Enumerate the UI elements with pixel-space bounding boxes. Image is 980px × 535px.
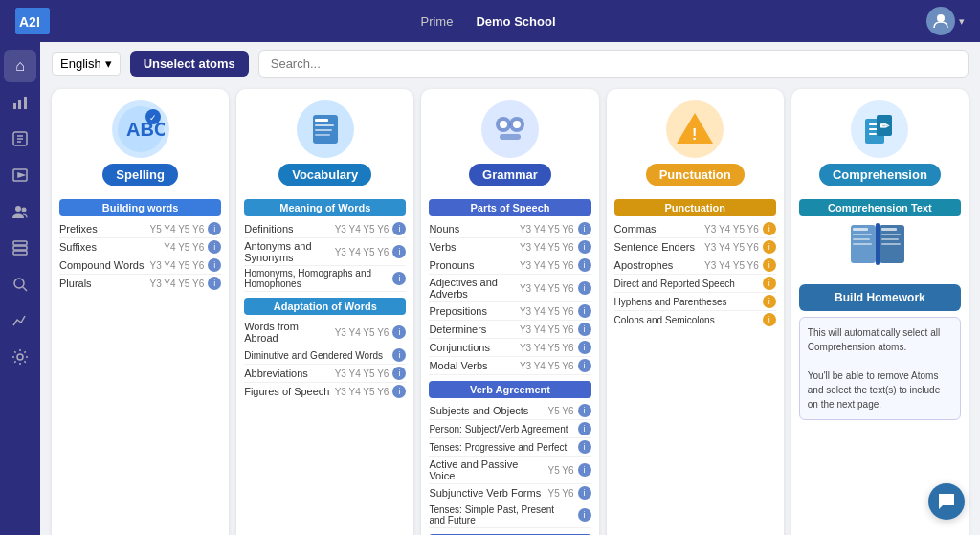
atom-homonyms: Homonyms, Homographs and Homophones i <box>244 266 406 292</box>
unselect-atoms-button[interactable]: Unselect atoms <box>130 51 249 77</box>
atom-apostrophes: Apostrophes Y3 Y4 Y5 Y6 i <box>614 256 776 275</box>
svg-rect-54 <box>881 238 899 240</box>
sidebar-item-analytics[interactable] <box>4 304 36 337</box>
svg-text:A2I: A2I <box>19 14 40 30</box>
atom-definitions: Definitions Y3 Y4 Y5 Y6 i <box>244 220 406 238</box>
svg-rect-5 <box>24 97 27 109</box>
card-vocabulary-header: Vocabulary <box>236 89 413 193</box>
atom-diminutive: Diminutive and Gendered Words i <box>244 346 406 365</box>
modal-verbs-info[interactable]: i <box>578 359 591 372</box>
tenses-simple-info[interactable]: i <box>578 508 591 522</box>
svg-rect-4 <box>18 100 21 109</box>
sidebar: ⌂ <box>0 42 40 535</box>
atom-verbs: Verbs Y3 Y4 Y5 Y6 i <box>429 238 590 256</box>
abbreviations-info[interactable]: i <box>392 367 406 380</box>
comprehension-info-text2: You'll be able to remove Atoms and selec… <box>808 368 952 412</box>
avatar-caret: ▾ <box>959 15 965 28</box>
svg-rect-48 <box>853 234 872 235</box>
card-spelling: ABC ✓ Spelling Building words Prefixes Y… <box>52 89 229 535</box>
card-comprehension-header: ✏ Comprehension <box>791 89 969 193</box>
svg-point-2 <box>937 14 945 22</box>
chat-bubble-button[interactable] <box>928 483 965 520</box>
suffixes-info[interactable]: i <box>208 240 221 254</box>
verbs-info[interactable]: i <box>578 240 591 254</box>
plurals-info[interactable]: i <box>208 277 221 290</box>
vocabulary-title-badge: Vocabulary <box>278 164 371 186</box>
sidebar-item-home[interactable]: ⌂ <box>4 50 36 82</box>
logo-icon: A2I <box>15 8 50 34</box>
svg-rect-50 <box>853 243 872 245</box>
vocabulary-section-meaning: Meaning of Words <box>244 199 406 216</box>
antonyms-info[interactable]: i <box>392 245 406 258</box>
svg-rect-52 <box>881 228 897 231</box>
person-info[interactable]: i <box>578 422 591 435</box>
svg-text:!: ! <box>692 126 697 143</box>
search-input[interactable] <box>258 50 969 78</box>
atom-suffixes: Suffixes Y4 Y5 Y6 i <box>59 238 221 256</box>
atom-words-abroad: Words from Abroad Y3 Y4 Y5 Y6 i <box>244 319 406 346</box>
prefixes-info[interactable]: i <box>208 222 221 235</box>
vocabulary-body: Meaning of Words Definitions Y3 Y4 Y5 Y6… <box>236 193 413 535</box>
sentence-enders-info[interactable]: i <box>763 240 776 254</box>
card-spelling-header: ABC ✓ Spelling <box>52 89 229 193</box>
svg-point-17 <box>14 279 24 288</box>
card-grammar: Grammar Parts of Speech Nouns Y3 Y4 Y5 Y… <box>421 89 598 535</box>
pronouns-info[interactable]: i <box>578 258 591 272</box>
words-abroad-info[interactable]: i <box>392 325 406 339</box>
prepositions-info[interactable]: i <box>578 304 591 318</box>
svg-rect-26 <box>315 119 328 122</box>
logo: A2I <box>15 8 50 34</box>
atom-prefixes: Prefixes Y5 Y4 Y5 Y6 i <box>59 220 221 238</box>
card-vocabulary: Vocabulary Meaning of Words Definitions … <box>236 89 413 535</box>
active-passive-info[interactable]: i <box>578 463 591 477</box>
adjectives-info[interactable]: i <box>578 281 591 295</box>
commas-info[interactable]: i <box>763 222 776 235</box>
atom-plurals: Plurals Y3 Y4 Y5 Y6 i <box>59 275 221 292</box>
grammar-title-badge: Grammar <box>469 164 551 186</box>
svg-point-34 <box>513 121 521 128</box>
svg-marker-11 <box>18 173 24 177</box>
nav-prime[interactable]: Prime <box>420 14 453 29</box>
subjects-info[interactable]: i <box>578 404 591 417</box>
punctuation-section: Punctuation <box>614 199 776 216</box>
determiners-info[interactable]: i <box>578 323 591 336</box>
definitions-info[interactable]: i <box>392 222 406 235</box>
sidebar-item-people[interactable] <box>4 195 36 228</box>
nav-demo-school[interactable]: Demo School <box>476 14 555 29</box>
build-homework-button[interactable]: Build Homework <box>799 284 961 311</box>
figures-speech-info[interactable]: i <box>392 385 406 398</box>
grammar-body: Parts of Speech Nouns Y3 Y4 Y5 Y6 i Verb… <box>421 193 598 535</box>
atom-subjunctive: Subjunctive Verb Forms Y5 Y6 i <box>429 484 590 502</box>
spelling-icon-wrap: ABC ✓ <box>112 100 169 158</box>
compound-info[interactable]: i <box>208 258 221 272</box>
sidebar-item-settings[interactable] <box>4 341 36 373</box>
svg-rect-15 <box>13 246 27 250</box>
sidebar-item-film[interactable] <box>4 159 36 191</box>
atom-prepositions: Prepositions Y3 Y4 Y5 Y6 i <box>429 302 590 321</box>
comprehension-title-badge: Comprehension <box>819 164 941 186</box>
hyphens-info[interactable]: i <box>763 295 776 308</box>
apostrophes-info[interactable]: i <box>763 258 776 272</box>
svg-rect-35 <box>500 134 521 140</box>
sidebar-item-search[interactable] <box>4 268 36 301</box>
sidebar-item-stack[interactable] <box>4 232 36 264</box>
nouns-info[interactable]: i <box>578 222 591 235</box>
conjunctions-info[interactable]: i <box>578 341 591 354</box>
punctuation-body: Punctuation Commas Y3 Y4 Y5 Y6 i Sentenc… <box>607 193 784 535</box>
atom-conjunctions: Conjunctions Y3 Y4 Y5 Y6 i <box>429 339 590 357</box>
language-select[interactable]: English ▾ <box>52 52 121 76</box>
colons-info[interactable]: i <box>763 313 776 326</box>
direct-speech-info[interactable]: i <box>763 277 776 290</box>
avatar[interactable] <box>926 7 955 35</box>
punctuation-title-badge: Punctuation <box>646 164 745 186</box>
subjunctive-info[interactable]: i <box>578 486 591 500</box>
svg-rect-56 <box>876 223 880 265</box>
card-grammar-header: Grammar <box>421 89 598 193</box>
atom-determiners: Determiners Y3 Y4 Y5 Y6 i <box>429 321 590 339</box>
diminutive-info[interactable]: i <box>392 348 406 362</box>
sidebar-item-book[interactable] <box>4 123 36 155</box>
sidebar-item-chart[interactable] <box>4 86 36 119</box>
homonyms-info[interactable]: i <box>392 272 406 285</box>
atom-nouns: Nouns Y3 Y4 Y5 Y6 i <box>429 220 590 238</box>
tenses-prog-info[interactable]: i <box>578 440 591 454</box>
